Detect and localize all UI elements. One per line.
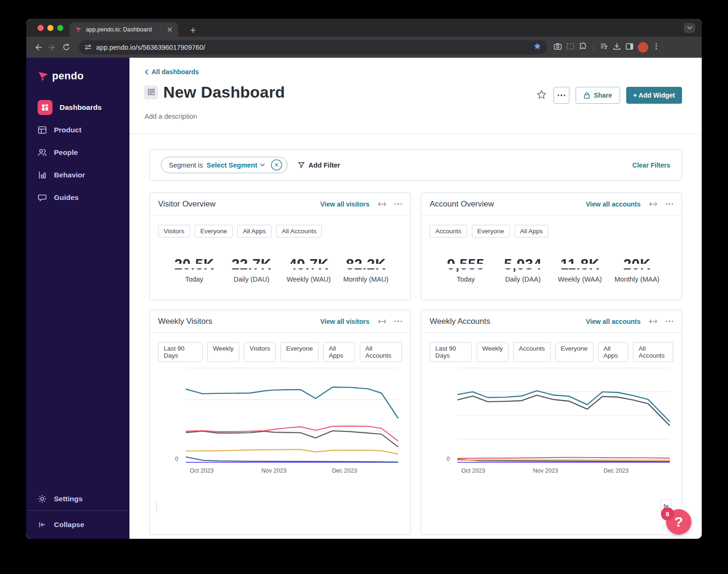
minimize-window-button[interactable]	[47, 25, 53, 31]
tab-search-button[interactable]	[684, 23, 695, 33]
more-options-button[interactable]	[554, 87, 569, 104]
reload-icon[interactable]	[59, 40, 73, 54]
back-icon[interactable]	[31, 40, 45, 54]
x-tick-label: Oct 2023	[190, 467, 214, 474]
remove-segment-filter-icon[interactable]	[271, 159, 282, 171]
segment-select[interactable]: Select Segment	[207, 161, 265, 169]
tag: Everyone	[281, 342, 318, 362]
new-tab-button[interactable]	[188, 25, 198, 35]
sidebar-item-guides[interactable]: Guides	[26, 186, 129, 209]
sidebar-nav: Dashboards Product People	[26, 96, 129, 209]
metric-label: Daily (DAU)	[226, 276, 277, 283]
view-all-visitors-link[interactable]: View all visitors	[320, 318, 370, 325]
resize-widget-icon[interactable]	[378, 319, 386, 324]
metric-label: Today	[168, 276, 220, 283]
sidebar-item-label: People	[54, 148, 78, 157]
collapse-icon	[38, 520, 47, 529]
tag: Everyone	[472, 225, 510, 237]
site-settings-icon[interactable]	[84, 44, 91, 51]
close-window-button[interactable]	[38, 25, 44, 31]
sidebar-item-product[interactable]: Product	[26, 119, 129, 141]
card-title: Weekly Visitors	[158, 317, 320, 326]
app-body: pendo Dashboards Product	[26, 58, 702, 539]
tag: All Apps	[515, 225, 549, 237]
card-title: Account Overview	[430, 199, 586, 209]
widget-menu-icon[interactable]	[394, 203, 402, 205]
window-controls	[38, 25, 63, 31]
resize-widget-icon[interactable]	[378, 201, 386, 207]
sidebar-collapse-button[interactable]: Collapse	[26, 511, 129, 539]
sidebar-item-behavior[interactable]: Behavior	[26, 164, 129, 186]
address-bar[interactable]: app.pendo.io/s/5636396017909760/	[79, 40, 547, 54]
view-all-visitors-link[interactable]: View all visitors	[320, 200, 370, 208]
extensions-puzzle-icon[interactable]	[579, 42, 587, 53]
tag: Visitors	[244, 342, 276, 362]
view-all-accounts-link[interactable]: View all accounts	[586, 200, 640, 208]
screenshot-extension-icon[interactable]	[566, 42, 575, 53]
metric-weekly: 49.7K Weekly (WAU)	[283, 256, 334, 283]
metrics-row: 9,555 Today 5,934 Daily (DAA) 11.8K Week…	[421, 237, 682, 283]
sidebar-item-dashboards[interactable]: Dashboards	[26, 96, 129, 119]
metric-daily: 22.7K Daily (DAU)	[226, 256, 277, 283]
widget-tags: Visitors Everyone All Apps All Accounts	[150, 215, 410, 237]
visitor-overview-card: Visitor Overview View all visitors Visit…	[149, 192, 411, 300]
forward-icon[interactable]	[45, 40, 59, 54]
segment-filter-pill[interactable]: Segment is Select Segment	[161, 157, 288, 173]
segment-prefix: Segment is	[169, 161, 203, 169]
url-text[interactable]: app.pendo.io/s/5636396017909760/	[96, 44, 533, 51]
metric-label: Today	[440, 276, 492, 283]
resize-widget-icon[interactable]	[649, 201, 657, 207]
metric-label: Monthly (MAA)	[611, 276, 663, 283]
browser-toolbar: app.pendo.io/s/5636396017909760/	[26, 37, 702, 58]
media-playlist-icon[interactable]	[600, 42, 608, 53]
filter-bar: Segment is Select Segment Add Filter Cle…	[149, 149, 682, 181]
card-header: Visitor Overview View all visitors	[150, 193, 410, 215]
tag: Last 90 Days	[158, 342, 203, 362]
share-button[interactable]: Share	[576, 87, 620, 104]
widget-menu-icon[interactable]	[666, 203, 674, 205]
card-title: Weekly Accounts	[430, 317, 586, 326]
metric-value-redacted: 5,934	[504, 256, 542, 273]
metric-label: Weekly (WAA)	[554, 276, 606, 283]
extension-icons	[554, 42, 660, 53]
product-icon	[38, 125, 47, 135]
zoom-window-button[interactable]	[57, 25, 63, 31]
tag: Everyone	[555, 342, 593, 362]
browser-menu-icon[interactable]	[652, 43, 660, 52]
tag: Last 90 Days	[430, 342, 472, 362]
add-filter-button[interactable]: Add Filter	[298, 161, 341, 169]
recording-indicator-icon[interactable]	[638, 42, 648, 53]
metric-value-redacted: 20K	[623, 256, 651, 273]
widget-tags: Last 90 Days Weekly Visitors Everyone Al…	[150, 333, 410, 362]
widget-menu-icon[interactable]	[666, 321, 674, 322]
favorite-star-icon[interactable]	[537, 90, 546, 101]
sidebar-item-settings[interactable]: Settings	[26, 488, 129, 510]
widget-menu-icon[interactable]	[394, 321, 402, 322]
all-dashboards-link[interactable]: All dashboards	[144, 68, 199, 76]
dashboard-description-field[interactable]: Add a description	[144, 113, 197, 120]
view-all-accounts-link[interactable]: View all accounts	[586, 318, 640, 325]
add-widget-label: + Add Widget	[633, 92, 675, 99]
add-widget-button[interactable]: + Add Widget	[626, 87, 682, 104]
downloads-icon[interactable]	[613, 42, 621, 53]
sidebar-item-label: Collapse	[54, 520, 84, 529]
camera-extension-icon[interactable]	[554, 42, 562, 53]
main-content: All dashboards New Dashboard Share	[129, 58, 702, 539]
side-panel-icon[interactable]	[625, 42, 634, 53]
widget-tags: Last 90 Days Weekly Accounts Everyone Al…	[421, 333, 682, 362]
metric-value-redacted: 11.8K	[561, 256, 600, 273]
settings-gear-icon	[38, 494, 47, 504]
resize-widget-icon[interactable]	[649, 319, 657, 324]
card-header: Weekly Visitors View all visitors	[150, 310, 410, 333]
tag: Weekly	[477, 342, 508, 362]
close-tab-icon[interactable]	[166, 26, 174, 33]
weekly-accounts-card: Weekly Accounts View all accounts Last 9…	[421, 310, 682, 535]
metric-label: Monthly (MAU)	[340, 276, 392, 283]
clear-filters-button[interactable]: Clear Filters	[632, 161, 670, 169]
help-notification-badge[interactable]: 8	[661, 507, 674, 520]
legend-stub-divider	[156, 501, 157, 513]
browser-tab[interactable]: app.pendo.io: Dashboard	[69, 23, 178, 37]
bookmark-star-icon[interactable]	[533, 42, 541, 52]
sidebar-item-people[interactable]: People	[26, 141, 129, 164]
account-overview-card: Account Overview View all accounts Accou…	[421, 192, 682, 300]
